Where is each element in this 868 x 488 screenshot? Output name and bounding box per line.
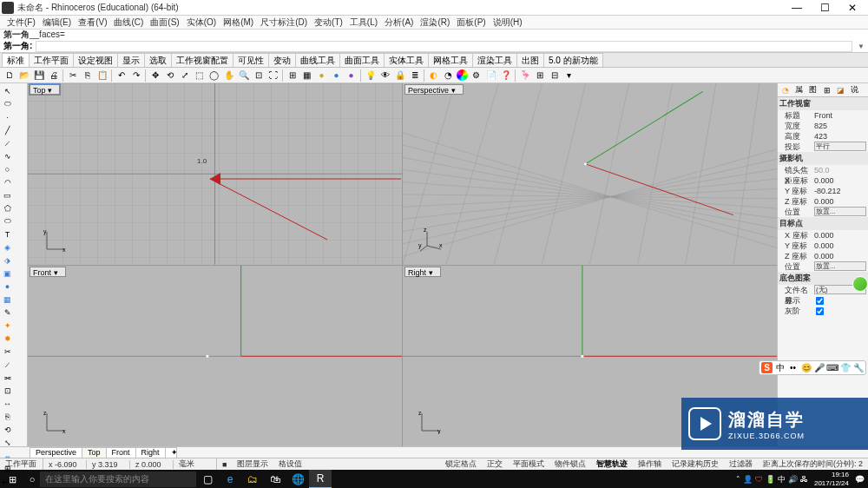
rotate-icon[interactable]: ⟲ xyxy=(163,69,176,82)
properties-icon[interactable]: ◔ xyxy=(442,69,455,82)
tab-cplane[interactable]: 工作平面 xyxy=(29,53,74,67)
tray-up-icon[interactable]: ˄ xyxy=(736,475,740,484)
split-icon[interactable]: ⟋ xyxy=(2,359,14,371)
ime-punct-icon[interactable]: •• xyxy=(787,362,799,373)
rp-tx-v[interactable]: 0.000 xyxy=(814,230,866,241)
rp-proj-v[interactable]: 平行 xyxy=(814,142,866,151)
tab-standard[interactable]: 标准 xyxy=(2,53,30,67)
vtab-perspective[interactable]: Perspective xyxy=(30,447,82,458)
tray-ime-icon[interactable]: 中 xyxy=(778,474,786,485)
tab-select[interactable]: 选取 xyxy=(144,53,172,67)
menu-view[interactable]: 查看(V) xyxy=(75,16,110,29)
viewport-persp-label[interactable]: Perspective ▾ xyxy=(404,84,464,95)
flamingo-icon[interactable]: 🦩 xyxy=(518,69,531,82)
ime-tool-icon[interactable]: 🔧 xyxy=(852,362,864,373)
rotate2-icon[interactable]: ⟲ xyxy=(2,424,14,436)
taskbar-search[interactable]: 在这里输入你要搜索的内容 xyxy=(40,472,196,487)
pan-icon[interactable]: ✋ xyxy=(222,69,235,82)
rp-tz-v[interactable]: 0.000 xyxy=(814,251,866,261)
tray-volume-icon[interactable]: 🔊 xyxy=(788,475,798,484)
more-icon[interactable]: ▾ xyxy=(562,69,575,82)
tab-setview[interactable]: 设定视图 xyxy=(73,53,118,67)
cut-icon[interactable]: ✂ xyxy=(66,69,79,82)
tray-people-icon[interactable]: 👤 xyxy=(743,475,753,484)
viewport-top-label[interactable]: Top ▾ xyxy=(30,84,60,95)
pton-icon[interactable]: ✦ xyxy=(2,320,14,332)
status-osnap[interactable]: 物件锁点 xyxy=(549,458,591,470)
rp-ty-v[interactable]: 0.000 xyxy=(814,241,866,251)
command-history-dropdown[interactable]: ▼ xyxy=(854,43,868,50)
viewport-front[interactable]: Front ▾ zx xyxy=(28,266,402,447)
circle-icon[interactable]: ○ xyxy=(2,163,14,175)
rp-title-v[interactable]: Front xyxy=(814,110,866,121)
extrude-icon[interactable]: ⬗ xyxy=(2,254,14,267)
menu-render[interactable]: 渲染(R) xyxy=(417,16,453,29)
tray-shield-icon[interactable]: 🛡 xyxy=(755,475,763,484)
chrome-icon[interactable]: 🌐 xyxy=(286,470,309,488)
minimize-button[interactable]: — xyxy=(788,2,806,14)
maximize-button[interactable]: ☐ xyxy=(816,2,833,14)
tab-viewport[interactable]: 工作视窗配置 xyxy=(171,53,233,67)
status-ortho[interactable]: 正交 xyxy=(482,458,508,470)
copy-icon[interactable]: ⎘ xyxy=(81,69,94,82)
grid-icon[interactable]: ⊞ xyxy=(533,69,546,82)
edit-icon[interactable]: ✎ xyxy=(2,307,14,319)
tab-rendertool[interactable]: 渲染工具 xyxy=(472,53,517,67)
status-planar[interactable]: 平面模式 xyxy=(508,458,549,470)
mesh-icon[interactable]: ▦ xyxy=(2,293,14,306)
status-layercolor[interactable]: ■ xyxy=(217,460,232,469)
ime-s-icon[interactable]: S xyxy=(761,362,773,373)
viewports-icon[interactable]: ▦ xyxy=(300,69,313,82)
options-icon[interactable]: ⚙ xyxy=(470,69,483,82)
viewport-front-label[interactable]: Front ▾ xyxy=(30,267,66,277)
rp-x-v[interactable]: 0.000 xyxy=(814,175,866,186)
vtab-front[interactable]: Front xyxy=(106,447,136,458)
status-filter[interactable]: 过滤器 xyxy=(724,458,758,470)
colorwheel-icon[interactable] xyxy=(457,69,468,81)
join-icon[interactable]: ⫘ xyxy=(2,372,14,384)
menu-file[interactable]: 文件(F) xyxy=(3,16,39,29)
tab-surftool[interactable]: 曲面工具 xyxy=(339,53,385,67)
rect-icon[interactable]: ▭ xyxy=(2,189,14,201)
open-icon[interactable]: 📂 xyxy=(17,69,30,82)
floating-green-badge[interactable] xyxy=(852,276,868,292)
group-icon[interactable]: ⊡ xyxy=(2,385,14,397)
tab-new[interactable]: 5.0 的新功能 xyxy=(543,53,603,67)
rp-z-v[interactable]: 0.000 xyxy=(814,196,866,207)
copy2-icon[interactable]: ⎘ xyxy=(2,411,14,423)
polyline-icon[interactable]: ⟋ xyxy=(2,137,14,149)
cplane-icon[interactable]: ⊞ xyxy=(286,69,299,82)
rp-y-v[interactable]: -80.212 xyxy=(814,186,866,196)
explorer-icon[interactable]: 🗂 xyxy=(241,470,264,488)
menu-surface[interactable]: 曲面(S) xyxy=(147,16,182,29)
tab-transform[interactable]: 变动 xyxy=(268,53,296,67)
undo-icon[interactable]: ↶ xyxy=(115,69,128,82)
new-icon[interactable]: 🗋 xyxy=(3,69,16,82)
tray-notifications-icon[interactable]: 💬 xyxy=(855,475,865,484)
sphere-icon[interactable]: ● xyxy=(2,280,14,293)
lock-icon[interactable]: 🔒 xyxy=(393,69,406,82)
ime-keyboard-icon[interactable]: ⌨ xyxy=(826,362,838,373)
redo-icon[interactable]: ↷ xyxy=(129,69,142,82)
arc-icon[interactable]: ◠ xyxy=(2,176,14,188)
layer-icon[interactable]: ≣ xyxy=(408,69,421,82)
cortana-icon[interactable]: ○ xyxy=(24,474,40,485)
rp-tpos-v[interactable]: 放置... xyxy=(814,261,866,271)
menu-analyze[interactable]: 分析(A) xyxy=(381,16,417,29)
rp-h-v[interactable]: 423 xyxy=(814,131,866,142)
menu-help[interactable]: 说明(H) xyxy=(490,16,526,29)
viewport-top[interactable]: Top ▾ 1.0 yx xyxy=(28,83,402,265)
status-lockgrid[interactable]: 锁定格点 xyxy=(440,458,482,470)
command-input[interactable] xyxy=(36,41,852,52)
line-icon[interactable]: ╱ xyxy=(2,124,14,136)
explode-icon[interactable]: ✸ xyxy=(2,333,14,345)
vtab-add-button[interactable]: ✦ xyxy=(165,447,177,458)
lasso-icon[interactable]: ◯ xyxy=(207,69,220,82)
vtab-top[interactable]: Top xyxy=(82,447,107,458)
tab-meshtool[interactable]: 网格工具 xyxy=(428,53,473,67)
light-icon[interactable]: 💡 xyxy=(364,69,377,82)
menu-dim[interactable]: 尺寸标注(D) xyxy=(257,16,311,29)
color1-icon[interactable]: ◐ xyxy=(427,69,440,82)
store-icon[interactable]: 🛍 xyxy=(264,470,286,488)
curve-icon[interactable]: ∿ xyxy=(2,150,14,162)
